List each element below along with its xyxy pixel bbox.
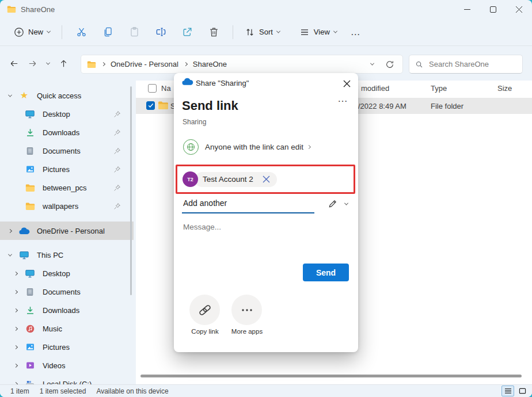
- copy-button[interactable]: [94, 22, 121, 43]
- sidebar-item-quick-access[interactable]: ★ Quick access: [0, 86, 134, 105]
- dialog-more-options-button[interactable]: …: [337, 93, 349, 105]
- chevron-right-icon: [13, 326, 17, 330]
- arrow-right-icon: [28, 59, 37, 68]
- details-view-toggle[interactable]: [501, 385, 514, 396]
- search-input[interactable]: [428, 59, 514, 69]
- paste-button[interactable]: [121, 22, 147, 43]
- address-dropdown-icon[interactable]: [370, 62, 374, 66]
- pencil-icon[interactable]: [328, 199, 338, 209]
- send-button[interactable]: Send: [303, 264, 349, 281]
- dialog-close-button[interactable]: [340, 77, 354, 90]
- breadcrumb-item-shareone[interactable]: ShareOne: [193, 60, 227, 68]
- link-permission-label: Anyone with the link can edit: [205, 143, 303, 151]
- chevron-right-icon: [13, 345, 17, 349]
- this-pc-icon: [18, 250, 30, 260]
- status-item-count: 1 item: [10, 387, 29, 395]
- recent-locations-button[interactable]: [41, 54, 54, 72]
- row-checkbox[interactable]: [146, 101, 155, 110]
- copy-link-button[interactable]: [189, 295, 220, 325]
- view-button[interactable]: View: [294, 23, 343, 41]
- sidebar-scrollbar[interactable]: [130, 86, 132, 295]
- sidebar-item-this-pc[interactable]: This PC: [0, 246, 134, 264]
- delete-button[interactable]: [200, 22, 227, 43]
- chevron-right-icon: [13, 271, 17, 275]
- toolbar-more-button[interactable]: …: [343, 26, 369, 38]
- search-box[interactable]: [409, 55, 523, 74]
- recipient-name: Test Account 2: [203, 175, 253, 184]
- status-availability: Available on this device: [96, 387, 168, 395]
- column-header-type[interactable]: Type: [431, 84, 447, 93]
- refresh-icon[interactable]: [385, 60, 394, 69]
- sort-icon: [245, 27, 255, 37]
- view-lines-icon: [299, 27, 310, 37]
- sidebar-item-pc-downloads[interactable]: Downloads: [0, 301, 134, 319]
- rename-button[interactable]: [147, 22, 174, 43]
- more-apps-button[interactable]: [231, 295, 262, 325]
- folder-icon: [87, 60, 96, 68]
- sidebar-item-pc-videos[interactable]: Videos: [0, 356, 134, 375]
- column-header-name[interactable]: Na: [161, 84, 171, 93]
- chevron-right-icon: [13, 308, 17, 312]
- arrow-left-icon: [9, 59, 19, 68]
- status-selection: 1 item selected: [40, 387, 86, 395]
- sidebar-item-pc-local-disk[interactable]: Local Disk (C:): [0, 375, 134, 384]
- chevron-down-icon[interactable]: [344, 201, 348, 205]
- sort-button[interactable]: Sort: [239, 23, 286, 41]
- forward-button[interactable]: [23, 54, 41, 72]
- back-button[interactable]: [5, 54, 23, 72]
- sidebar-item-between-pcs[interactable]: between_pcs: [0, 178, 134, 197]
- music-icon: [24, 324, 36, 334]
- new-button[interactable]: New: [8, 23, 56, 41]
- dialog-subheading: Sharing: [183, 118, 206, 126]
- sidebar-item-pc-pictures[interactable]: Pictures: [0, 338, 134, 356]
- documents-icon: [24, 287, 36, 297]
- breadcrumb-item-onedrive[interactable]: OneDrive - Personal: [111, 60, 178, 68]
- sidebar-item-desktop[interactable]: Desktop: [0, 105, 134, 123]
- toolbar-separator: [233, 25, 233, 39]
- chevron-down-icon: [276, 29, 280, 33]
- copy-link-label: Copy link: [181, 328, 229, 335]
- add-recipient-input[interactable]: [182, 196, 314, 213]
- sidebar-item-documents[interactable]: Documents: [0, 142, 134, 160]
- sidebar-item-pc-music[interactable]: Music: [0, 319, 134, 338]
- onedrive-cloud-icon: [18, 227, 30, 235]
- remove-recipient-button[interactable]: [263, 175, 270, 183]
- desktop-icon: [24, 109, 36, 119]
- new-button-label: New: [28, 28, 43, 36]
- chevron-right-icon: [101, 62, 105, 66]
- sidebar-item-pc-documents[interactable]: Documents: [0, 283, 134, 301]
- file-explorer-window: ShareOne New: [0, 0, 532, 397]
- link-permission-button[interactable]: Anyone with the link can edit: [183, 139, 310, 155]
- maximize-button[interactable]: [480, 0, 506, 18]
- icons-view-toggle[interactable]: [516, 385, 529, 396]
- sort-button-label: Sort: [259, 28, 273, 36]
- chevron-down-icon: [7, 252, 12, 256]
- column-header-modified[interactable]: modified: [361, 84, 389, 93]
- pin-icon: [113, 166, 121, 173]
- message-input[interactable]: [182, 222, 350, 232]
- trash-icon: [208, 26, 219, 37]
- cut-button[interactable]: [68, 22, 94, 43]
- select-all-checkbox[interactable]: [148, 84, 157, 93]
- status-bar: 1 item 1 item selected Available on this…: [0, 384, 532, 397]
- close-button[interactable]: [506, 0, 532, 18]
- sidebar-item-downloads[interactable]: Downloads: [0, 123, 134, 142]
- up-button[interactable]: [54, 54, 73, 72]
- file-modified: /2022 8:49 AM: [358, 102, 406, 110]
- share-button[interactable]: [174, 22, 200, 43]
- remove-icon: [263, 175, 270, 183]
- chevron-down-icon: [7, 93, 12, 97]
- breadcrumb[interactable]: OneDrive - Personal ShareOne: [81, 55, 403, 74]
- plus-circle-icon: [14, 27, 24, 37]
- pin-icon: [113, 129, 121, 136]
- recipient-chip[interactable]: T2 Test Account 2: [183, 171, 277, 187]
- more-apps-label: More apps: [223, 328, 271, 335]
- sidebar-item-pc-desktop[interactable]: Desktop: [0, 264, 134, 283]
- sidebar-item-wallpapers[interactable]: wallpapers: [0, 197, 134, 215]
- horizontal-scrollbar[interactable]: [140, 375, 522, 377]
- column-header-size[interactable]: Size: [497, 84, 512, 93]
- sidebar-item-pictures[interactable]: Pictures: [0, 160, 134, 178]
- sidebar-item-onedrive-personal[interactable]: OneDrive - Personal: [0, 222, 134, 240]
- pin-icon: [113, 203, 121, 210]
- minimize-button[interactable]: [454, 0, 480, 18]
